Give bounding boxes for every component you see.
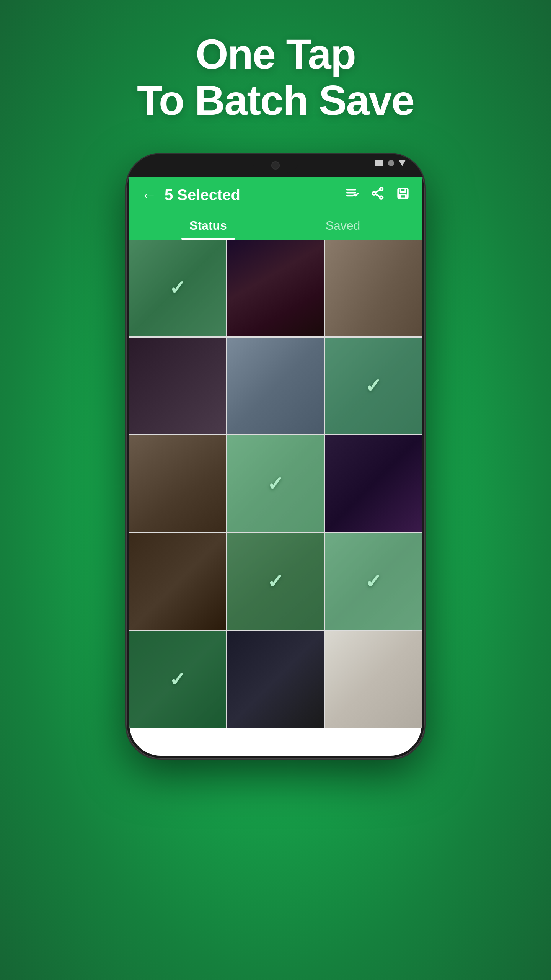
- photo-cell-9[interactable]: ✓: [325, 435, 422, 532]
- share-button[interactable]: [370, 186, 385, 204]
- back-button[interactable]: ←: [141, 187, 157, 203]
- photo-image-10: [129, 533, 226, 630]
- photo-image-1: [129, 240, 226, 336]
- photo-cell-5[interactable]: ✓: [227, 338, 324, 434]
- select-all-button[interactable]: [345, 186, 360, 204]
- photo-cell-2[interactable]: ✓: [227, 240, 324, 336]
- phone-mockup: ← 5 Selected: [126, 154, 425, 759]
- photo-image-9: [325, 435, 422, 532]
- photo-cell-11[interactable]: ✓: [227, 533, 324, 630]
- photo-cell-3[interactable]: ✓: [325, 240, 422, 336]
- photo-cell-7[interactable]: ✓: [129, 435, 226, 532]
- photo-image-6: [325, 338, 422, 434]
- select-all-icon: [345, 186, 360, 201]
- photo-cell-4[interactable]: ✓: [129, 338, 226, 434]
- share-icon: [370, 186, 385, 201]
- headline: One Tap To Batch Save: [137, 31, 414, 123]
- photo-grid: ✓✓✓✓✓✓✓✓✓✓✓✓✓✓✓: [129, 240, 422, 728]
- app-header-top: ← 5 Selected: [141, 186, 410, 212]
- photo-image-2: [227, 240, 324, 336]
- photo-image-5: [227, 338, 324, 434]
- photo-image-12: [325, 533, 422, 630]
- headline-line1: One Tap: [137, 31, 414, 77]
- front-camera: [271, 161, 280, 170]
- status-icon-battery: [375, 160, 383, 166]
- photo-cell-12[interactable]: ✓: [325, 533, 422, 630]
- photo-cell-6[interactable]: ✓: [325, 338, 422, 434]
- header-actions: [345, 186, 410, 204]
- phone-outer: ← 5 Selected: [126, 154, 425, 759]
- photo-image-15: [325, 631, 422, 728]
- photo-image-3: [325, 240, 422, 336]
- headline-line2: To Batch Save: [137, 77, 414, 123]
- phone-screen: ← 5 Selected: [129, 177, 422, 756]
- svg-rect-9: [401, 188, 406, 192]
- photo-cell-8[interactable]: ✓: [227, 435, 324, 532]
- photo-cell-14[interactable]: ✓: [227, 631, 324, 728]
- save-button[interactable]: [396, 186, 410, 204]
- svg-line-7: [375, 190, 380, 193]
- app-tabs: Status Saved: [141, 212, 410, 240]
- photo-cell-10[interactable]: ✓: [129, 533, 226, 630]
- photo-image-7: [129, 435, 226, 532]
- photo-image-13: [129, 631, 226, 728]
- svg-rect-10: [400, 194, 406, 198]
- selected-count-label: 5 Selected: [165, 186, 345, 204]
- photo-cell-13[interactable]: ✓: [129, 631, 226, 728]
- save-icon: [396, 186, 410, 201]
- photo-image-11: [227, 533, 324, 630]
- photo-cell-1[interactable]: ✓: [129, 240, 226, 336]
- phone-notch: [253, 158, 298, 173]
- photo-image-8: [227, 435, 324, 532]
- status-bar-icons: [375, 160, 406, 166]
- photo-cell-15[interactable]: ✓: [325, 631, 422, 728]
- status-icon-signal: [399, 160, 406, 166]
- status-icon-circle: [388, 160, 394, 166]
- photo-image-14: [227, 631, 324, 728]
- photo-image-4: [129, 338, 226, 434]
- tab-saved[interactable]: Saved: [276, 212, 410, 240]
- phone-notch-area: [126, 154, 425, 177]
- app-header: ← 5 Selected: [129, 177, 422, 240]
- svg-line-6: [375, 194, 380, 197]
- tab-status[interactable]: Status: [141, 212, 276, 240]
